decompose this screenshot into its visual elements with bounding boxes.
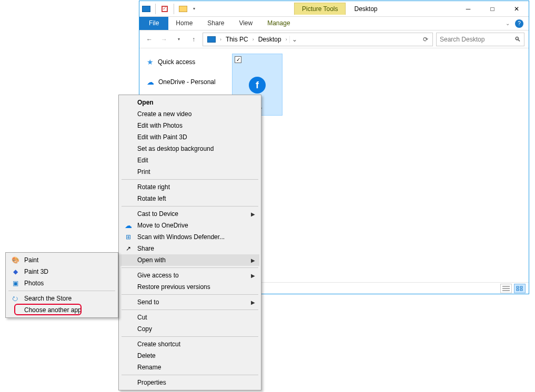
menu-separator	[122, 336, 258, 337]
address-segment-desktop[interactable]: Desktop	[256, 35, 284, 44]
svg-rect-3	[520, 289, 522, 291]
menu-separator	[122, 267, 258, 268]
chevron-right-icon: ▶	[251, 257, 255, 263]
file-tab[interactable]: File	[139, 17, 168, 30]
back-button[interactable]: ←	[144, 34, 155, 45]
tab-manage[interactable]: Manage	[260, 17, 297, 30]
menu-create-new-video[interactable]: Create a new video	[120, 108, 259, 120]
close-button[interactable]: ✕	[504, 1, 529, 17]
contextual-tab-picture-tools[interactable]: Picture Tools	[294, 3, 346, 15]
open-with-submenu: 🎨Paint ◆Paint 3D ▣Photos ⭮Search the Sto…	[5, 252, 118, 318]
file-checkbox[interactable]: ✓	[235, 56, 241, 63]
menu-create-shortcut[interactable]: Create shortcut	[120, 338, 259, 350]
details-view-icon	[502, 286, 510, 291]
nav-quick-access[interactable]: ★ Quick access	[144, 56, 223, 68]
svg-rect-2	[517, 289, 519, 291]
photos-icon: ▣	[11, 280, 20, 287]
address-bar[interactable]: › This PC › Desktop › ⌄ ⟳	[203, 33, 433, 46]
menu-set-desktop-background[interactable]: Set as desktop background	[120, 143, 259, 154]
up-button[interactable]: ↑	[188, 34, 199, 45]
thumbnails-view-icon	[516, 286, 523, 291]
menu-give-access-to[interactable]: Give access to▶	[120, 270, 259, 281]
separator	[155, 4, 156, 14]
menu-separator	[122, 375, 258, 375]
explorer-icon	[142, 4, 151, 14]
menu-separator	[122, 179, 258, 180]
submenu-paint3d[interactable]: ◆Paint 3D	[7, 266, 116, 277]
paint-icon: 🎨	[11, 256, 20, 264]
nav-onedrive[interactable]: ☁ OneDrive - Personal	[144, 76, 223, 88]
search-input[interactable]: Search Desktop 🔍︎	[436, 33, 524, 46]
file-thumbnail-icon: f	[249, 77, 266, 94]
recent-locations-dropdown[interactable]: ▾	[173, 34, 185, 45]
chevron-right-icon[interactable]: ›	[251, 37, 255, 42]
separator	[174, 4, 174, 14]
menu-cut[interactable]: Cut	[120, 312, 259, 323]
menu-open[interactable]: Open	[120, 97, 259, 108]
forward-button[interactable]: →	[158, 34, 170, 45]
menu-rename[interactable]: Rename	[120, 362, 259, 373]
maximize-button[interactable]: □	[480, 1, 504, 17]
titlebar: ▾ Picture Tools Desktop ─ □ ✕	[139, 1, 529, 17]
menu-delete[interactable]: Delete	[120, 350, 259, 362]
tab-view[interactable]: View	[231, 17, 260, 30]
minimize-button[interactable]: ─	[456, 1, 480, 17]
menu-edit[interactable]: Edit	[120, 154, 259, 166]
ribbon: File Home Share View Manage ⌄ ?	[139, 17, 529, 30]
content-pane[interactable]: ✓ f klw	[227, 48, 529, 282]
tab-share[interactable]: Share	[200, 17, 231, 30]
properties-qat-icon[interactable]	[160, 4, 169, 14]
search-icon[interactable]: 🔍︎	[514, 36, 521, 43]
search-placeholder: Search Desktop	[440, 36, 484, 43]
navigation-row: ← → ▾ ↑ › This PC › Desktop › ⌄ ⟳ Search…	[139, 30, 529, 48]
menu-copy[interactable]: Copy	[120, 323, 259, 335]
star-icon: ★	[147, 58, 154, 66]
cloud-icon: ☁	[124, 221, 133, 230]
chevron-right-icon[interactable]: ›	[219, 37, 223, 42]
cloud-icon: ☁	[147, 78, 154, 86]
chevron-right-icon: ▶	[251, 211, 255, 217]
help-icon[interactable]: ?	[515, 19, 523, 28]
nav-label: OneDrive - Personal	[158, 78, 216, 86]
tab-home[interactable]: Home	[168, 17, 200, 30]
qat-dropdown-icon[interactable]: ▾	[191, 6, 197, 11]
quick-access-toolbar: ▾	[139, 4, 199, 14]
context-menu: Open Create a new video Edit with Photos…	[118, 95, 261, 390]
menu-share[interactable]: ↗Share	[120, 243, 259, 254]
submenu-photos[interactable]: ▣Photos	[7, 277, 116, 289]
thumbnails-view-button[interactable]	[514, 284, 526, 293]
menu-edit-with-photos[interactable]: Edit with Photos	[120, 120, 259, 131]
menu-scan-defender[interactable]: ⊞Scan with Windows Defender...	[120, 231, 259, 243]
menu-move-to-onedrive[interactable]: ☁Move to OneDrive	[120, 220, 259, 231]
menu-rotate-left[interactable]: Rotate left	[120, 193, 259, 204]
folder-qat-icon[interactable]	[178, 4, 188, 14]
chevron-right-icon[interactable]: ›	[285, 37, 288, 42]
submenu-search-store[interactable]: ⭮Search the Store	[7, 293, 116, 304]
menu-edit-with-paint3d[interactable]: Edit with Paint 3D	[120, 131, 259, 143]
ribbon-collapse-icon[interactable]: ⌄	[506, 20, 510, 26]
menu-separator	[122, 206, 258, 207]
share-icon: ↗	[124, 245, 133, 252]
refresh-icon[interactable]: ⟳	[421, 36, 430, 43]
menu-properties[interactable]: Properties	[120, 377, 259, 388]
menu-rotate-right[interactable]: Rotate right	[120, 181, 259, 193]
menu-print[interactable]: Print	[120, 166, 259, 178]
nav-label: Quick access	[158, 58, 195, 66]
submenu-paint[interactable]: 🎨Paint	[7, 254, 116, 266]
menu-separator	[122, 294, 258, 295]
address-segment-this-pc[interactable]: This PC	[224, 35, 250, 44]
svg-rect-0	[517, 286, 519, 288]
menu-open-with[interactable]: Open with▶	[120, 254, 259, 266]
menu-cast-to-device[interactable]: Cast to Device▶	[120, 208, 259, 220]
window-title: Desktop	[354, 5, 377, 13]
submenu-choose-another-app[interactable]: Choose another app	[7, 304, 116, 316]
menu-separator	[122, 310, 258, 310]
store-icon: ⭮	[11, 295, 20, 302]
address-root-icon[interactable]	[205, 35, 218, 44]
menu-send-to[interactable]: Send to▶	[120, 296, 259, 308]
address-history-dropdown[interactable]: ⌄	[289, 36, 299, 43]
menu-restore-previous-versions[interactable]: Restore previous versions	[120, 281, 259, 293]
chevron-right-icon: ▶	[251, 273, 255, 278]
details-view-button[interactable]	[500, 284, 512, 293]
menu-separator	[8, 291, 115, 291]
